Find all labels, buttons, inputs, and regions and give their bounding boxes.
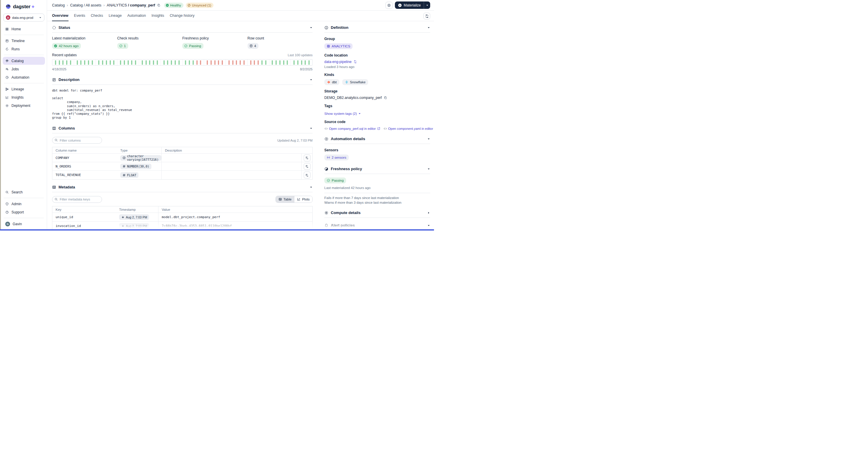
update-bar-success[interactable] [55,60,56,65]
sidebar-item-insights[interactable]: Insights [3,93,45,101]
update-bar-success[interactable] [185,60,186,65]
update-bar-failure[interactable] [200,60,201,65]
materialize-options-button[interactable] [424,1,430,9]
update-bar-success[interactable] [84,60,85,65]
update-bar-success[interactable] [59,60,60,65]
tab-checks[interactable]: Checks [91,10,103,21]
sidebar-item-gavin[interactable]: GGavin [3,220,45,228]
update-bar-success[interactable] [272,60,273,65]
update-bar-success[interactable] [153,60,154,65]
breadcrumb-link[interactable]: Catalog [52,3,65,7]
update-bar-success[interactable] [70,60,71,65]
update-bar-success[interactable] [131,60,132,65]
update-bar-failure[interactable] [211,60,212,65]
collapse-icon[interactable] [310,26,313,29]
tab-overview[interactable]: Overview [52,10,68,21]
column-lineage-button[interactable] [304,154,310,161]
source-code-link[interactable]: Open company_perf.sql in editor [324,127,380,131]
breadcrumb-link[interactable]: Catalog / All assets [70,3,101,7]
metadata-timestamp-badge[interactable]: Aug 2, 7:03 PM [119,214,149,220]
update-bar-success[interactable] [149,60,150,65]
update-bar-success[interactable] [293,60,294,65]
update-bar-failure[interactable] [196,60,197,65]
collapse-icon[interactable] [427,168,430,170]
update-bar-success[interactable] [146,60,147,65]
update-bar-failure[interactable] [232,60,234,65]
update-bar-success[interactable] [124,60,125,65]
tab-automation[interactable]: Automation [127,10,146,21]
update-bar-success[interactable] [175,60,176,65]
update-bar-success[interactable] [142,60,143,65]
show-system-tags-toggle[interactable]: Show system tags (2) [324,112,361,115]
update-bar-failure[interactable] [228,60,230,65]
code-location-link[interactable]: data-eng-pipeline [324,60,352,64]
metadata-view-plots[interactable]: Plots [294,196,312,203]
update-bar-success[interactable] [179,60,180,65]
collapse-icon[interactable] [310,78,313,81]
update-bar-failure[interactable] [254,60,255,65]
update-bar-success[interactable] [80,60,82,65]
app-logo[interactable]: dagster + [1,0,47,10]
tab-events[interactable]: Events [74,10,85,21]
update-bar-success[interactable] [283,60,284,65]
tab-change-history[interactable]: Change history [170,10,194,21]
update-bar-success[interactable] [120,60,121,65]
update-bar-failure[interactable] [218,60,219,65]
sidebar-item-home[interactable]: Home [3,25,45,33]
copy-storage-icon[interactable] [384,96,387,99]
materialize-button[interactable]: Materialize [395,1,424,9]
column-lineage-button[interactable] [304,172,310,178]
update-bar-success[interactable] [276,60,277,65]
update-bar-success[interactable] [106,60,107,65]
update-bar-success[interactable] [163,60,165,65]
update-bar-success[interactable] [92,60,93,65]
sidebar-item-support[interactable]: Support [3,208,45,216]
filter-metadata-input[interactable] [52,196,102,203]
favorite-button[interactable] [385,2,393,9]
health-badge[interactable]: Healthy [164,3,184,8]
sidebar-item-search[interactable]: Search [3,188,45,196]
sidebar-item-catalog[interactable]: Catalog [3,57,45,65]
update-bar-success[interactable] [305,60,306,65]
metadata-timestamp-badge[interactable]: Aug 2, 7:03 PM [119,223,149,229]
unsynced-badge[interactable]: Unsynced (1) [186,3,214,8]
deployment-switcher[interactable]: D data-eng-prod [3,13,44,22]
collapse-icon[interactable] [427,26,430,29]
refresh-button[interactable] [424,13,430,20]
update-bar-success[interactable] [62,60,63,65]
update-bar-success[interactable] [287,60,288,65]
sidebar-item-runs[interactable]: Runs [3,45,45,53]
update-bar-success[interactable] [189,60,190,65]
update-bar-success[interactable] [88,60,89,65]
update-bar-success[interactable] [308,60,310,65]
collapse-icon[interactable] [310,127,313,130]
update-bar-failure[interactable] [244,60,245,65]
group-badge[interactable]: ANALYTICS [324,43,352,49]
update-bar-success[interactable] [102,60,103,65]
sidebar-item-deployment[interactable]: Deployment [3,102,45,110]
collapse-icon[interactable] [427,138,430,140]
filter-columns-input[interactable] [52,137,102,144]
collapse-icon[interactable] [310,186,313,189]
column-lineage-button[interactable] [304,163,310,170]
source-code-link[interactable]: Open component.yaml in editor [383,127,434,131]
update-bar-success[interactable] [98,60,99,65]
update-bar-failure[interactable] [214,60,216,65]
tab-lineage[interactable]: Lineage [109,10,122,21]
update-bar-success[interactable] [171,60,172,65]
update-bar-success[interactable] [301,60,302,65]
update-bar-success[interactable] [135,60,136,65]
metadata-view-table[interactable]: Table [276,196,294,203]
expand-icon[interactable] [427,211,430,214]
kind-badge-dbt[interactable]: dbt [324,79,339,85]
sidebar-item-timeline[interactable]: Timeline [3,37,45,45]
update-bar-success[interactable] [113,60,114,65]
sidebar-item-automation[interactable]: Automation [3,73,45,81]
update-bar-success[interactable] [297,60,299,65]
update-bar-success[interactable] [265,60,267,65]
copy-asset-name-icon[interactable] [157,3,160,7]
update-bar-failure[interactable] [257,60,259,65]
tab-insights[interactable]: Insights [151,10,164,21]
update-bar-success[interactable] [279,60,280,65]
update-bar-failure[interactable] [240,60,241,65]
